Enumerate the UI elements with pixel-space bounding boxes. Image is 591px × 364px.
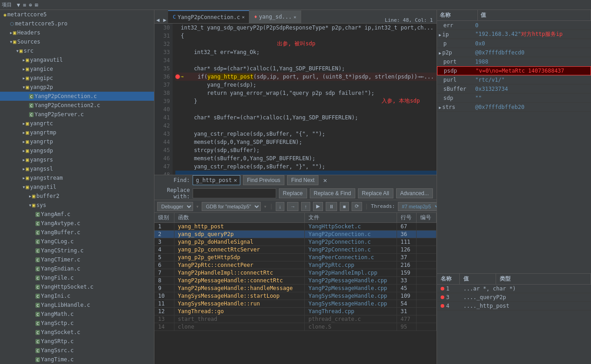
sidebar-item-YangEndian_c[interactable]: cYangEndian.c [0, 264, 154, 273]
stack-row-10[interactable]: 10 YangSysMessageHandle::startLoop YangS… [154, 292, 437, 300]
debugger-select[interactable]: Debugger [157, 202, 193, 211]
sidebar-item-yangrtmp[interactable]: ▶▣yangrtmp [0, 128, 154, 137]
debug-btn-continue[interactable]: ▶ [313, 202, 323, 211]
tab-nav-back[interactable]: ◀ [154, 17, 161, 23]
var-row-psdp[interactable]: psdp"v=0\no=MetaRtc 14073688437 [437, 66, 591, 75]
var-row-strs[interactable]: ▶strs@0x7fffdbffeb20 [437, 103, 591, 112]
sidebar-item-YangAmf_c[interactable]: cYangAmf.c [0, 210, 154, 219]
toolbar-icon-link[interactable]: ≡ [23, 2, 26, 8]
find-tag-close[interactable]: ✕ [233, 177, 237, 183]
debug-btn-restart[interactable]: ⟳ [352, 202, 362, 211]
thread-select[interactable]: #7 metap2p5 [398, 202, 437, 211]
file-c-icon: c [35, 266, 40, 271]
sidebar-item-YangCLog_c[interactable]: cYangCLog.c [0, 237, 154, 246]
br-row-3[interactable]: 4 ...._http_post [437, 302, 591, 310]
stack-row-12[interactable]: 12 YangThread::go YangThread.cpp 31 [154, 308, 437, 315]
stack-row-11[interactable]: 11 YangSysMessageHandle::run YangSysMess… [154, 300, 437, 308]
debug-btn-step-out[interactable]: ↑ [301, 202, 310, 211]
sidebar-item-YangP2pConnection_c[interactable]: cYangP2pConnection.c [0, 92, 154, 101]
sidebar-item-sys[interactable]: ▼▣sys [0, 201, 154, 210]
stack-row-6[interactable]: 6 YangP2pRtc::connectPeer YangP2pRtc.cpp… [154, 261, 437, 269]
stack-table-container[interactable]: 级别 函数 文件 行号 编号 1 yang_http_post YangHttp… [154, 213, 437, 364]
debug-btn-step[interactable]: ↓ [276, 202, 285, 211]
var-row-port[interactable]: port1988 [437, 57, 591, 66]
tab-close-active[interactable]: ✕ [242, 15, 244, 20]
btn-advanced[interactable]: Advanced... [396, 188, 433, 198]
var-row-p[interactable]: p0x0 [437, 39, 591, 48]
sidebar-item-yangrtp[interactable]: ▶▣yangrtp [0, 137, 154, 146]
gdb-select[interactable]: GDB for "metap2p5" [202, 202, 261, 211]
replace-input[interactable] [193, 188, 276, 198]
stack-row-9[interactable]: 9 YangP2pMessageHandle::handleMessage Ya… [154, 285, 437, 292]
tab-close-yang[interactable]: ✕ [293, 15, 296, 20]
code-area[interactable]: int32_t yang_sdp_queryP2p(P2pSdpResponse… [173, 24, 437, 175]
var-row-sBuffer[interactable]: sBuffer0x31323734 [437, 84, 591, 93]
sidebar-item-YangP2pConnection2_c[interactable]: cYangP2pConnection2.c [0, 101, 154, 110]
debug-btn-step-over[interactable]: → [287, 202, 298, 211]
sidebar-item-YangLibHandle_c[interactable]: cYangLibHandle.c [0, 300, 154, 310]
stack-row-1[interactable]: 1 yang_http_post YangHttpSocket.c 67 [154, 223, 437, 231]
sidebar-item-YangSsrc_c[interactable]: cYangSsrc.c [0, 346, 154, 355]
sidebar-item-yangutil[interactable]: ▼▣yangutil [0, 182, 154, 192]
br-row-1[interactable]: 1 ...ar *, char *) [437, 285, 591, 293]
sidebar-item-buffer2[interactable]: ▶▣buffer2 [0, 192, 154, 201]
toolbar-icon-grid[interactable]: ⊞ [35, 2, 38, 8]
btn-find-next[interactable]: Find Next [287, 175, 318, 185]
sidebar-item-YangSocket_c[interactable]: cYangSocket.c [0, 328, 154, 337]
var-row-purl[interactable]: purl"rtc/v1/" [437, 75, 591, 84]
toolbar-icon-filter[interactable]: ▼ [17, 2, 20, 8]
toolbar-icon-add[interactable]: ⊕ [29, 2, 32, 8]
stack-row-8[interactable]: 8 YangP2pMessageHandle::connectRtc YangP… [154, 277, 437, 285]
sidebar-item-metartccore5pro[interactable]: ⬡metartccore5.pro [0, 19, 154, 28]
sidebar-item-yangipc[interactable]: ▶▣yangipc [0, 74, 154, 83]
tab-yang-sd[interactable]: ♦ yang_sd... ✕ [249, 10, 301, 23]
var-row-p2p[interactable]: ▶p2p@0x7fffdbffecd0 [437, 48, 591, 57]
find-close-btn[interactable]: ✕ [323, 177, 327, 184]
sidebar-item-metartccore5[interactable]: ◉metartccore5 [0, 10, 154, 19]
stack-row-3[interactable]: 3 yang_p2p_doHandleSignal YangP2pConnect… [154, 238, 437, 246]
var-row-sdp[interactable]: sdp"" [437, 93, 591, 103]
sidebar-item-YangMath_c[interactable]: cYangMath.c [0, 310, 154, 319]
sidebar-item-YangFile_c[interactable]: cYangFile.c [0, 273, 154, 282]
editor-content[interactable]: 3031323334353637383940414243444546474849… [154, 24, 437, 175]
stack-row-4[interactable]: 4 yang_p2p_connectRtcServer YangP2pConne… [154, 246, 437, 254]
stack-row-5[interactable]: 5 yang_p2p_getHttpSdp YangPeerConnection… [154, 254, 437, 261]
find-input-tag[interactable]: g_http_post ✕ [193, 175, 240, 185]
btn-replace[interactable]: Replace [279, 188, 307, 198]
debug-btn-pause[interactable]: ⏸ [326, 202, 337, 211]
sidebar-item-YangSctp_c[interactable]: cYangSctp.c [0, 319, 154, 328]
stack-row-14[interactable]: 14 clone clone.S 95 [154, 323, 437, 331]
stack-row-13[interactable]: 13 start_thread pthread_create.c 477 [154, 315, 437, 323]
sidebar-item-yangrtc[interactable]: ▶▣yangrtc [0, 119, 154, 128]
tab-yangp2pconnection-c[interactable]: C YangP2pConnection.c ✕ [168, 10, 249, 23]
br-row-2[interactable]: 3 ...._queryP2p [437, 293, 591, 302]
stack-row-7[interactable]: 7 YangP2pHandleImpl::connectRtc YangP2pH… [154, 269, 437, 277]
sidebar-item-YangCString_c[interactable]: cYangCString.c [0, 246, 154, 255]
sidebar-item-YangIni_c[interactable]: cYangIni.c [0, 291, 154, 300]
sidebar-item-sources[interactable]: ▼▣Sources [0, 37, 154, 46]
sidebar-item-YangCTimer_c[interactable]: cYangCTimer.c [0, 255, 154, 264]
tab-nav-fwd[interactable]: ▶ [161, 17, 168, 23]
sidebar-item-yangavutil[interactable]: ▶▣yangavutil [0, 55, 154, 64]
sidebar-item-headers[interactable]: ▶▣Headers [0, 28, 154, 37]
stack-row-2[interactable]: 2 yang_sdp_queryP2p YangP2pConnection.c … [154, 231, 437, 238]
sidebar-item-YangAvtype_c[interactable]: cYangAvtype.c [0, 219, 154, 228]
btn-replace-all[interactable]: Replace All [358, 188, 393, 198]
sidebar-item-YangHttpSocket_c[interactable]: cYangHttpSocket.c [0, 282, 154, 291]
var-row-err[interactable]: err0 [437, 21, 591, 30]
debug-btn-stop[interactable]: ■ [340, 202, 349, 211]
sidebar-item-YangSRtp_c[interactable]: cYangSRtp.c [0, 337, 154, 346]
sidebar-item-YangTime_c[interactable]: cYangTime.c [0, 355, 154, 364]
btn-find-prev[interactable]: Find Previous [243, 175, 284, 185]
sidebar-item-yangp2p[interactable]: ▼▣yangp2p [0, 83, 154, 92]
sidebar-item-yangssl[interactable]: ▶▣yangssl [0, 164, 154, 173]
sidebar-item-YangBuffer_c[interactable]: cYangBuffer.c [0, 228, 154, 237]
sidebar-item-yangice[interactable]: ▶▣yangice [0, 64, 154, 74]
btn-replace-find[interactable]: Replace & Find [310, 188, 355, 198]
sidebar-item-src[interactable]: ▼▣src [0, 46, 154, 55]
sidebar-item-YangP2pServer_c[interactable]: cYangP2pServer.c [0, 110, 154, 119]
sidebar-item-yangsdp[interactable]: ▶▣yangsdp [0, 146, 154, 155]
var-row-ip[interactable]: ▶ip"192.168.3.42"对方http服务ip [437, 30, 591, 39]
sidebar-item-yangstream[interactable]: ▶▣yangstream [0, 173, 154, 182]
sidebar-item-yangsrs[interactable]: ▶▣yangsrs [0, 155, 154, 164]
